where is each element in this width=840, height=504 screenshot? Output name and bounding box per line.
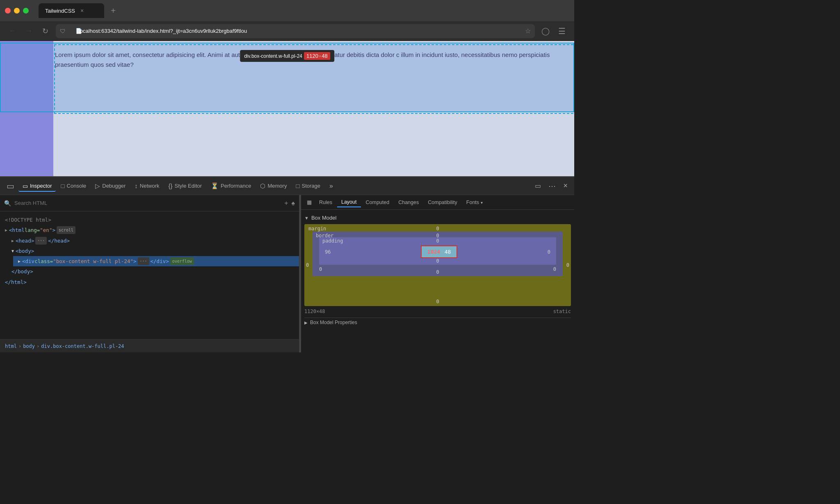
margin-bottom-value[interactable]: 0 — [436, 299, 439, 304]
style-tab-changes[interactable]: Changes — [394, 198, 423, 207]
padding-bottom-value[interactable]: 0 — [436, 258, 439, 264]
tab-more[interactable]: » — [325, 180, 337, 192]
url-text[interactable]: localhost:63342/tailwind-lab/index.html?… — [79, 28, 514, 34]
pick-element-button[interactable]: ♠ — [292, 200, 295, 207]
html-body-open-line[interactable]: ▼ <body> — [7, 246, 299, 256]
breadcrumb-html[interactable]: html — [5, 343, 17, 349]
dock-button[interactable]: ▭ — [532, 179, 544, 192]
border-left-value[interactable]: 0 — [319, 266, 322, 272]
border-bottom-value[interactable]: 0 — [436, 269, 439, 275]
performance-label: Performance — [221, 183, 251, 189]
inspector-label: Inspector — [30, 183, 52, 189]
tab-memory[interactable]: ⬡ Memory — [256, 180, 291, 192]
html-head-line[interactable]: ▶ <head> ··· </head> — [7, 236, 299, 246]
tab-style-editor[interactable]: {} Style Editor — [164, 180, 206, 192]
maximize-button[interactable] — [23, 8, 29, 14]
properties-title: Box Model Properties — [310, 320, 357, 325]
memory-label: Memory — [267, 183, 287, 189]
tab-storage[interactable]: □ Storage — [292, 180, 324, 192]
style-tab-rules[interactable]: Rules — [315, 198, 336, 207]
traffic-lights — [5, 8, 29, 14]
lang-value: "en" — [40, 226, 52, 234]
browser-content: div.box-content.w-full.pl-24 1120×48 Lor… — [0, 41, 574, 176]
html-div-line[interactable]: ▶ <div class="box-content w-full pl-24">… — [13, 256, 299, 266]
menu-button[interactable]: ☰ — [556, 25, 568, 37]
element-position: static — [553, 309, 571, 314]
tooltip-selector: div.box-content.w-full.pl-24 — [244, 53, 302, 59]
head-expand-arrow[interactable]: ▶ — [11, 237, 14, 244]
html-html-line[interactable]: ▶ <html lang="en"> scroll — [0, 225, 299, 235]
margin-right-value[interactable]: 0 — [566, 262, 569, 268]
style-tab-layout[interactable]: Layout — [337, 198, 361, 207]
style-tab-computed[interactable]: Computed — [362, 198, 394, 207]
box-model-properties-header[interactable]: ▶ Box Model Properties — [304, 318, 571, 327]
computed-tab-label: Computed — [366, 200, 390, 205]
add-node-button[interactable]: + — [284, 200, 288, 207]
padding-right-value[interactable]: 0 — [548, 249, 550, 255]
breadcrumb-div[interactable]: div.box-content.w-full.pl-24 — [41, 343, 124, 349]
html-expand-arrow[interactable]: ▶ — [5, 227, 7, 234]
overflow-badge[interactable]: overflow — [170, 257, 194, 265]
search-html-input[interactable] — [14, 200, 281, 206]
profile-icon[interactable]: ◯ — [540, 25, 551, 37]
dashed-border-bottom — [54, 113, 573, 114]
storage-icon: □ — [296, 182, 299, 189]
close-button[interactable] — [5, 8, 11, 14]
layout-tab-label: Layout — [341, 199, 357, 205]
div-expand-arrow[interactable]: ▶ — [18, 258, 21, 265]
tab-inspector[interactable]: ▭ Inspector — [18, 180, 56, 192]
border-right-value[interactable]: 0 — [553, 266, 556, 272]
box-model-header[interactable]: ▼ Box Model — [304, 213, 571, 224]
style-tab-compatibility[interactable]: Compatibility — [424, 198, 461, 207]
memory-icon: ⬡ — [260, 182, 265, 190]
tab-debugger[interactable]: ▷ Debugger — [91, 180, 130, 192]
box-model-title: Box Model — [311, 215, 336, 221]
url-actions: ☆ — [525, 27, 531, 35]
refresh-button[interactable]: ↻ — [39, 25, 51, 37]
page-content: div.box-content.w-full.pl-24 1120×48 Lor… — [0, 41, 574, 176]
breadcrumb-body[interactable]: body — [23, 343, 35, 349]
new-tab-button[interactable]: + — [107, 5, 119, 16]
url-bar-container: 🛡 📄 localhost:63342/tailwind-lab/index.h… — [56, 24, 535, 38]
margin-left-value[interactable]: 0 — [306, 262, 309, 268]
html-search-bar: 🔍 + ♠ — [0, 195, 299, 211]
forward-button[interactable]: → — [23, 25, 34, 37]
html-html-close-line[interactable]: </html> — [0, 277, 299, 287]
border-box: border 0 0 padding 0 0 — [313, 232, 563, 276]
active-tab[interactable]: TailwindCSS × — [39, 3, 104, 18]
bookmark-icon[interactable]: ☆ — [525, 27, 531, 35]
tab-performance[interactable]: ⏳ Performance — [207, 180, 255, 192]
style-tab-fonts[interactable]: Fonts ▾ — [462, 198, 487, 207]
element-dimensions: 1120×48 — [304, 309, 325, 314]
devtools-options-button[interactable]: ⋯ — [545, 179, 559, 193]
padding-top-value[interactable]: 0 — [436, 238, 439, 244]
html-close-tag: </html> — [5, 278, 27, 286]
head-content-badge[interactable]: ··· — [35, 237, 47, 245]
tab-console[interactable]: □ Console — [57, 180, 90, 192]
margin-top-value[interactable]: 0 — [436, 226, 439, 232]
tab-network[interactable]: ↕ Network — [130, 180, 163, 192]
html-tree: <!DOCTYPE html> ▶ <html lang="en"> scrol… — [0, 211, 299, 339]
devtools-close-button[interactable]: × — [560, 179, 571, 193]
content-box: 1024 × 48 — [421, 245, 458, 258]
div-content-badge[interactable]: ··· — [138, 257, 149, 265]
html-body-close-line[interactable]: </body> — [7, 266, 299, 277]
performance-icon: ⏳ — [211, 182, 219, 190]
inspector-icon: ▭ — [23, 183, 28, 189]
content-height[interactable]: 48 — [445, 249, 451, 255]
layout-icon-button[interactable]: ▦ — [304, 198, 314, 207]
body-expand-arrow[interactable]: ▼ — [11, 247, 14, 254]
html-doctype-line[interactable]: <!DOCTYPE html> — [0, 215, 299, 225]
div-open-tag: <div — [22, 257, 34, 266]
devtools-inspect-button[interactable]: ▭ — [3, 179, 18, 193]
margin-label: margin — [308, 226, 326, 232]
devtools-toolbar: ▭ ▭ Inspector □ Console ▷ Debugger ↕ Net… — [0, 177, 574, 195]
tab-close-button[interactable]: × — [78, 7, 86, 14]
padding-left-value[interactable]: 96 — [325, 249, 331, 255]
scroll-badge[interactable]: scroll — [57, 226, 75, 234]
back-button[interactable]: ← — [7, 25, 18, 37]
content-width[interactable]: 1024 — [427, 249, 440, 255]
styles-content: ▼ Box Model margin 0 0 — [301, 210, 574, 352]
html-search-actions: + ♠ — [284, 200, 295, 207]
minimize-button[interactable] — [14, 8, 20, 14]
